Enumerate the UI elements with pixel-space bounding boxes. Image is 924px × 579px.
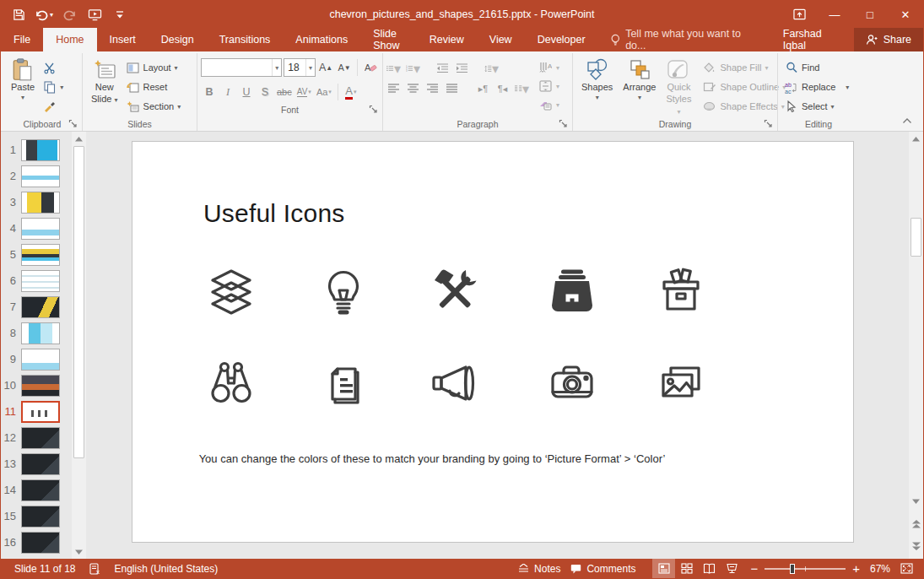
character-spacing-button[interactable]: AV▾ bbox=[295, 84, 313, 101]
slide-thumbnail-13[interactable]: 13 bbox=[1, 451, 72, 477]
thumb-scroll-down-icon[interactable] bbox=[72, 544, 86, 559]
lightbulb-icon[interactable] bbox=[316, 265, 370, 319]
align-text-button[interactable]: ▾ bbox=[536, 78, 562, 95]
line-spacing-button[interactable]: ▾ bbox=[484, 62, 499, 76]
slide-thumbnail-image[interactable] bbox=[21, 218, 60, 240]
font-name-dropdown-icon[interactable]: ▾ bbox=[272, 59, 281, 76]
camera-icon[interactable] bbox=[545, 356, 599, 410]
reading-view-button[interactable] bbox=[698, 559, 721, 578]
font-color-button[interactable]: A▾ bbox=[343, 84, 359, 101]
tab-transitions[interactable]: Transitions bbox=[207, 28, 284, 51]
font-size-combobox[interactable]: 18 ▾ bbox=[284, 58, 316, 77]
drawing-dialog-launcher-icon[interactable] bbox=[764, 119, 773, 128]
clipboard-dialog-launcher-icon[interactable] bbox=[68, 119, 78, 128]
tell-me-box[interactable]: Tell me what you want to do... bbox=[598, 28, 771, 51]
next-slide-icon[interactable] bbox=[912, 538, 921, 554]
font-dialog-launcher-icon[interactable] bbox=[369, 105, 378, 114]
strikethrough-button[interactable]: abc bbox=[275, 84, 294, 101]
slide-thumbnail-image[interactable] bbox=[21, 322, 60, 344]
slide-thumbnail-11[interactable]: 11 bbox=[1, 398, 72, 425]
slide-thumbnail-8[interactable]: 8 bbox=[1, 320, 72, 346]
scroll-down-icon[interactable] bbox=[909, 494, 923, 508]
slide-caption[interactable]: You can change the colors of these to ma… bbox=[132, 452, 732, 465]
slide-thumbnail-10[interactable]: 10 bbox=[1, 372, 72, 398]
zoom-percentage[interactable]: 67% bbox=[867, 563, 895, 575]
thumb-scrollbar-thumb[interactable] bbox=[73, 146, 84, 458]
main-scrollbar-thumb[interactable] bbox=[910, 218, 921, 257]
tab-insert[interactable]: Insert bbox=[97, 28, 149, 51]
main-scrollbar[interactable] bbox=[909, 132, 923, 559]
slide-thumbnail-image[interactable] bbox=[21, 244, 60, 266]
tab-slide-show[interactable]: Slide Show bbox=[360, 28, 417, 51]
slide-indicator[interactable]: Slide 11 of 18 bbox=[9, 559, 81, 578]
tab-file[interactable]: File bbox=[1, 28, 43, 51]
select-button[interactable]: Select▾ bbox=[781, 98, 851, 115]
slide-thumbnail-4[interactable]: 4 bbox=[1, 215, 72, 241]
slide-thumbnail-14[interactable]: 14 bbox=[1, 477, 72, 503]
scroll-up-icon[interactable] bbox=[909, 132, 923, 146]
slide-thumbnail-image[interactable] bbox=[21, 453, 60, 475]
slide-thumbnail-image[interactable] bbox=[21, 375, 60, 397]
undo-dropdown-icon[interactable]: ▾ bbox=[50, 11, 53, 19]
columns-button[interactable]: ▾ bbox=[515, 82, 529, 96]
text-shadow-button[interactable]: S bbox=[257, 84, 273, 101]
tab-view[interactable]: View bbox=[477, 28, 525, 51]
underline-button[interactable]: U bbox=[238, 84, 255, 101]
thumb-scroll-up-icon[interactable] bbox=[72, 132, 86, 146]
save-icon[interactable] bbox=[8, 3, 30, 25]
tab-review[interactable]: Review bbox=[417, 28, 477, 51]
storage-box-icon[interactable] bbox=[654, 265, 708, 319]
find-button[interactable]: Find bbox=[781, 59, 851, 76]
slide-thumbnail-16[interactable]: 16 bbox=[1, 529, 72, 555]
paragraph-dialog-launcher-icon[interactable] bbox=[559, 119, 568, 128]
previous-slide-icon[interactable] bbox=[912, 517, 921, 532]
paste-button[interactable]: Paste ▾ bbox=[6, 55, 40, 102]
slide-thumbnail-9[interactable]: 9 bbox=[1, 346, 72, 372]
new-slide-button[interactable]: New Slide ▾ bbox=[86, 55, 123, 106]
decrease-indent-button[interactable] bbox=[435, 62, 450, 76]
megaphone-icon[interactable] bbox=[428, 356, 482, 410]
reset-button[interactable]: Reset bbox=[123, 78, 184, 95]
shape-effects-button[interactable]: Shape Effects▾ bbox=[700, 98, 788, 115]
cut-button[interactable] bbox=[40, 59, 66, 76]
arrange-button[interactable]: Arrange ▾ bbox=[618, 55, 661, 102]
bold-button[interactable]: B bbox=[201, 84, 218, 101]
thumbnail-scrollbar[interactable] bbox=[72, 132, 86, 559]
increase-indent-button[interactable] bbox=[455, 62, 469, 76]
align-right-button[interactable] bbox=[425, 82, 440, 96]
replace-button[interactable]: abac Replace ▾ bbox=[781, 78, 851, 95]
share-button[interactable]: Share bbox=[854, 28, 923, 51]
collapse-ribbon-icon[interactable] bbox=[898, 114, 916, 127]
slide-thumbnail-image[interactable] bbox=[21, 192, 60, 214]
quick-styles-button[interactable]: Quick Styles ▾ bbox=[661, 55, 696, 116]
spell-check-icon[interactable]: x bbox=[84, 559, 106, 578]
increase-font-size-button[interactable]: A▲ bbox=[317, 59, 334, 77]
slide-thumbnail-image[interactable] bbox=[21, 165, 60, 187]
bullets-button[interactable]: ▾ bbox=[386, 62, 401, 76]
section-button[interactable]: Section▾ bbox=[123, 98, 184, 115]
slide-thumbnail-image[interactable] bbox=[21, 506, 60, 528]
align-center-button[interactable] bbox=[406, 82, 420, 96]
zoom-slider-track[interactable] bbox=[765, 568, 846, 570]
ltr-text-direction-button[interactable]: ▸¶ bbox=[476, 82, 490, 96]
slide-thumbnail-image[interactable] bbox=[21, 427, 60, 449]
close-button[interactable]: ✕ bbox=[888, 1, 923, 28]
font-name-combobox[interactable]: ▾ bbox=[201, 58, 282, 77]
slide-thumbnail-image[interactable] bbox=[21, 270, 60, 292]
text-direction-button[interactable]: A▾ bbox=[536, 59, 562, 76]
rtl-text-direction-button[interactable]: ¶◂ bbox=[495, 82, 510, 96]
tab-design[interactable]: Design bbox=[149, 28, 207, 51]
tab-home[interactable]: Home bbox=[43, 28, 96, 51]
slide-thumbnail-15[interactable]: 15 bbox=[1, 503, 72, 529]
slide-thumbnail-12[interactable]: 12 bbox=[1, 425, 72, 451]
zoom-slider-thumb[interactable] bbox=[790, 564, 795, 574]
slide-thumbnail-1[interactable]: 1 bbox=[1, 137, 72, 163]
copy-dropdown[interactable]: ▾ bbox=[60, 84, 63, 91]
decrease-font-size-button[interactable]: A▼ bbox=[336, 59, 353, 77]
italic-button[interactable]: I bbox=[219, 84, 236, 101]
shape-fill-button[interactable]: Shape Fill▾ bbox=[700, 59, 788, 76]
slide-thumbnail-5[interactable]: 5 bbox=[1, 241, 72, 268]
pictures-icon[interactable] bbox=[654, 356, 708, 410]
numbering-button[interactable]: 123▾ bbox=[406, 62, 420, 76]
tab-animations[interactable]: Animations bbox=[283, 28, 360, 51]
